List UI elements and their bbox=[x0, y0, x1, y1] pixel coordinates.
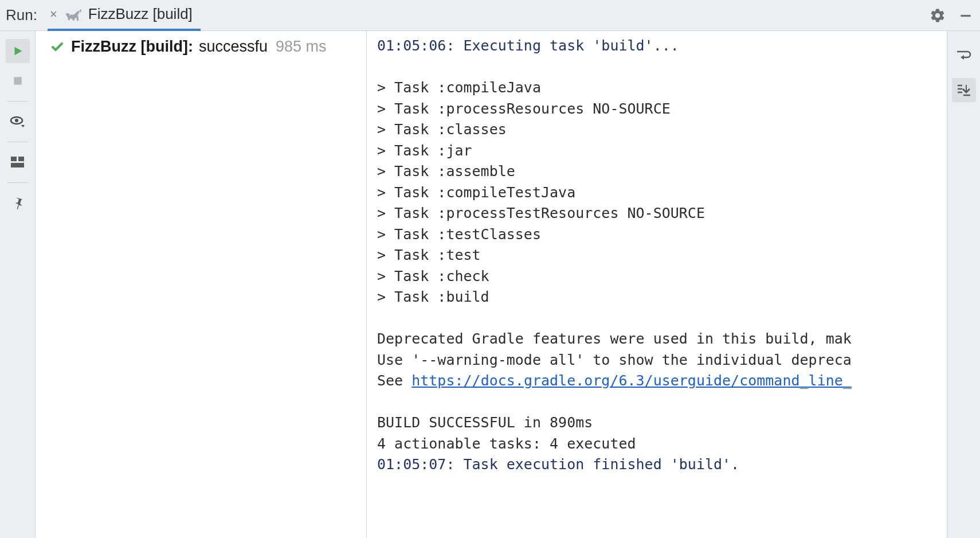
tab-title: FizzBuzz [build] bbox=[88, 5, 193, 23]
minimize-icon[interactable] bbox=[958, 8, 973, 23]
toolbar-divider bbox=[7, 101, 28, 102]
stop-button[interactable] bbox=[6, 69, 30, 93]
show-hide-button[interactable] bbox=[6, 110, 30, 134]
toolbar-divider bbox=[7, 182, 28, 183]
svg-rect-5 bbox=[11, 157, 17, 161]
gradle-docs-link[interactable]: https://docs.gradle.org/6.3/userguide/co… bbox=[411, 372, 852, 389]
pin-button[interactable] bbox=[6, 191, 30, 215]
right-toolbar bbox=[947, 31, 980, 538]
run-panel-body: FizzBuzz [build]: successfu 985 ms 01:05… bbox=[0, 31, 980, 538]
run-label: Run: bbox=[6, 6, 37, 24]
tasks-tree-panel[interactable]: FizzBuzz [build]: successfu 985 ms bbox=[36, 31, 367, 538]
task-result-row[interactable]: FizzBuzz [build]: successfu 985 ms bbox=[49, 38, 366, 56]
left-toolbar bbox=[0, 31, 36, 538]
svg-rect-2 bbox=[14, 77, 21, 84]
toolbar-divider bbox=[7, 142, 28, 142]
gradle-icon bbox=[65, 6, 83, 23]
svg-rect-6 bbox=[18, 157, 24, 161]
settings-icon[interactable] bbox=[930, 7, 946, 24]
header-actions bbox=[930, 0, 973, 31]
close-icon[interactable]: × bbox=[50, 7, 57, 22]
console-output[interactable]: 01:05:06: Executing task 'build'... > Ta… bbox=[367, 31, 947, 538]
svg-point-4 bbox=[15, 119, 18, 122]
svg-rect-1 bbox=[961, 15, 970, 17]
task-duration: 985 ms bbox=[276, 38, 327, 56]
task-status: successfu bbox=[199, 38, 268, 56]
scroll-to-end-button[interactable] bbox=[952, 78, 976, 102]
task-title: FizzBuzz [build]: bbox=[71, 38, 193, 56]
layout-button[interactable] bbox=[6, 150, 30, 174]
svg-rect-7 bbox=[11, 163, 24, 167]
run-tab[interactable]: × FizzBuzz [build] bbox=[48, 0, 201, 31]
success-check-icon bbox=[49, 40, 65, 54]
run-panel-header: Run: × FizzBuzz [build] bbox=[0, 0, 980, 31]
soft-wrap-button[interactable] bbox=[952, 44, 976, 68]
run-button[interactable] bbox=[6, 39, 30, 63]
svg-point-0 bbox=[69, 14, 70, 15]
